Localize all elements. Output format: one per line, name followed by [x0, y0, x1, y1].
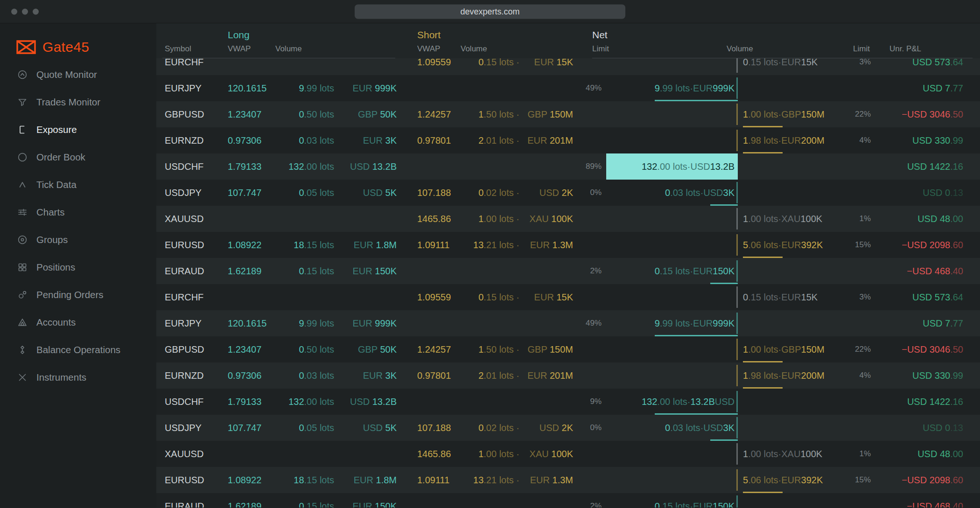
window-close-button[interactable] [11, 8, 17, 14]
sidebar-item-label: Pending Orders [36, 289, 104, 300]
cell-long-vwap: 1.08922 [228, 475, 278, 486]
cell-symbol: GBPUSD [156, 109, 228, 120]
column-header-long-volume[interactable]: Volume [275, 44, 302, 54]
column-group-short: Short [417, 29, 441, 41]
cell-unr-pnl: −USD 468.40 [871, 266, 980, 277]
cell-long-volume: EUR 3K [334, 135, 397, 146]
table-row[interactable]: EURCHF1.095590.15 lots ·EUR 15K0.15 lots… [156, 58, 980, 75]
cell-net-volume-short: 5.06 lots · EUR 392K [738, 467, 847, 493]
table-row[interactable]: EURCHF1.095590.15 lots ·EUR 15K0.15 lots… [156, 284, 980, 310]
sidebar-item-charts[interactable]: Charts [0, 198, 156, 226]
cell-symbol: EURJPY [156, 83, 228, 94]
gate45-logo-icon [16, 40, 36, 55]
accounts-icon [17, 317, 28, 328]
table-row[interactable]: GBPUSD1.234070.50 lotsGBP 50K1.242571.50… [156, 336, 980, 362]
cell-net-volume-short [738, 415, 847, 441]
cell-net-limit-2: 22% [847, 345, 871, 354]
cell-long-size: 0.50 lots [278, 344, 334, 355]
table-row[interactable]: EURJPY120.16159.99 lotsEUR 999K49%9.99 l… [156, 75, 980, 101]
cell-net-volume-short [738, 258, 847, 284]
cell-short-vwap: 1.09559 [397, 58, 462, 68]
cell-long-size: 0.05 lots [278, 423, 334, 433]
cell-net-limit: 2% [573, 501, 606, 508]
table-row[interactable]: EURUSD1.0892218.15 lotsEUR 1.8M1.0911113… [156, 467, 980, 493]
column-header-unr-pnl[interactable]: Unr. P&L [889, 44, 921, 54]
cell-net-volume-long [606, 467, 738, 493]
selected-net-volume-cell[interactable]: 132.00 lots · USD 13.2B [606, 153, 738, 180]
table-row[interactable]: USDJPY107.7470.05 lotsUSD 5K107.1880.02 … [156, 415, 980, 441]
cell-short-volume: EUR 1.3M [519, 240, 573, 251]
cell-net-limit-2: 15% [847, 475, 871, 485]
cell-unr-pnl: USD 330.99 [871, 135, 980, 146]
table-row[interactable]: EURAUD1.621890.15 lotsEUR 150K2%0.15 lot… [156, 258, 980, 284]
sidebar-item-groups[interactable]: Groups [0, 226, 156, 253]
sidebar-item-exposure[interactable]: Exposure [0, 116, 156, 143]
column-header-net-limit-2[interactable]: Limit [853, 44, 870, 54]
cell-long-vwap: 1.62189 [228, 501, 278, 508]
table-row[interactable]: XAUUSD1465.861.00 lots ·XAU 100K1.00 lot… [156, 441, 980, 467]
sidebar-item-positions[interactable]: Positions [0, 253, 156, 281]
table-row[interactable]: EURJPY120.16159.99 lotsEUR 999K49%9.99 l… [156, 310, 980, 336]
cell-long-vwap: 107.747 [228, 188, 278, 198]
cell-symbol: GBPUSD [156, 344, 228, 355]
cell-symbol: USDJPY [156, 423, 228, 433]
table-row[interactable]: EURNZD0.973060.03 lotsEUR 3K0.978012.01 … [156, 127, 980, 153]
address-bar[interactable]: devexperts.com [355, 4, 625, 19]
table-row[interactable]: GBPUSD1.234070.50 lotsGBP 50K1.242571.50… [156, 101, 980, 127]
cell-net-volume-long [606, 127, 738, 153]
window-zoom-button[interactable] [33, 8, 39, 14]
cell-net-volume-long: 0.15 lots · EUR 150K [606, 258, 738, 284]
cell-symbol: XAUUSD [156, 214, 228, 224]
sidebar-item-order-book[interactable]: Order Book [0, 143, 156, 171]
column-header-net-volume[interactable]: Volume [727, 44, 753, 54]
cell-long-volume: EUR 999K [334, 83, 397, 94]
sidebar-nav: Quote MonitorTrades MonitorExposureOrder… [0, 61, 156, 391]
sidebar-item-accounts[interactable]: Accounts [0, 308, 156, 336]
cell-long-size: 0.03 lots [278, 135, 334, 146]
cell-short-size: 0.02 lots · [462, 423, 519, 433]
sidebar-item-balance-operations[interactable]: Balance Operations [0, 336, 156, 363]
sidebar-item-pending-orders[interactable]: Pending Orders [0, 281, 156, 308]
sidebar-item-trades-monitor[interactable]: Trades Monitor [0, 88, 156, 116]
cell-long-vwap: 0.97306 [228, 370, 278, 381]
column-header-long-vwap[interactable]: VWAP [228, 44, 251, 54]
cell-short-size: 2.01 lots · [462, 135, 519, 146]
cell-symbol: USDJPY [156, 188, 228, 198]
cell-net-volume-short [738, 75, 847, 101]
table-row[interactable]: EURUSD1.0892218.15 lotsEUR 1.8M1.0911113… [156, 232, 980, 258]
cell-net-volume-long [606, 101, 738, 127]
cell-long-size: 132.00 lots [278, 397, 334, 407]
table-row[interactable]: XAUUSD1465.861.00 lots ·XAU 100K1.00 lot… [156, 206, 980, 232]
table-header: Long Short Net Symbol VWAP Volume VWAP V… [156, 23, 980, 58]
table-row[interactable]: EURAUD1.621890.15 lotsEUR 150K2%0.15 lot… [156, 493, 980, 508]
cell-net-limit-2: 1% [847, 449, 871, 459]
cell-net-volume-short: 0.15 lots · EUR 15K [738, 58, 847, 75]
sidebar-item-label: Tick Data [36, 179, 77, 190]
cell-net-volume-long [606, 336, 738, 362]
table-row[interactable]: USDCHF1.79133132.00 lotsUSD 13.2B89%132.… [156, 153, 980, 180]
column-header-symbol[interactable]: Symbol [165, 44, 191, 54]
cell-long-size: 0.05 lots [278, 188, 334, 198]
sidebar-item-quote-monitor[interactable]: Quote Monitor [0, 61, 156, 88]
cell-long-size: 9.99 lots [278, 318, 334, 329]
charts-icon [17, 207, 28, 218]
table-row[interactable]: USDCHF1.79133132.00 lotsUSD 13.2B9%132.0… [156, 389, 980, 415]
sidebar-item-tick-data[interactable]: Tick Data [0, 171, 156, 198]
cell-net-volume-long [606, 441, 738, 467]
exposure-table: Long Short Net Symbol VWAP Volume VWAP V… [156, 23, 980, 508]
cell-net-volume-short [738, 180, 847, 206]
table-row[interactable]: USDJPY107.7470.05 lotsUSD 5K107.1880.02 … [156, 180, 980, 206]
cell-short-vwap: 107.188 [397, 423, 462, 433]
table-row[interactable]: EURNZD0.973060.03 lotsEUR 3K0.978012.01 … [156, 362, 980, 389]
cell-net-volume-long [606, 58, 738, 75]
column-header-short-vwap[interactable]: VWAP [417, 44, 440, 54]
column-header-short-volume[interactable]: Volume [461, 44, 487, 54]
app-window: devexperts.com Gate45 Quote MonitorTrade… [0, 0, 980, 508]
cell-long-vwap: 1.08922 [228, 240, 278, 251]
cell-net-volume-short: 1.98 lots · EUR 200M [738, 127, 847, 153]
sidebar-item-instruments[interactable]: Instruments [0, 363, 156, 391]
cell-short-volume: EUR 15K [519, 292, 573, 303]
cell-long-size: 0.03 lots [278, 370, 334, 381]
column-header-net-limit[interactable]: Limit [592, 44, 609, 54]
window-minimize-button[interactable] [22, 8, 28, 14]
